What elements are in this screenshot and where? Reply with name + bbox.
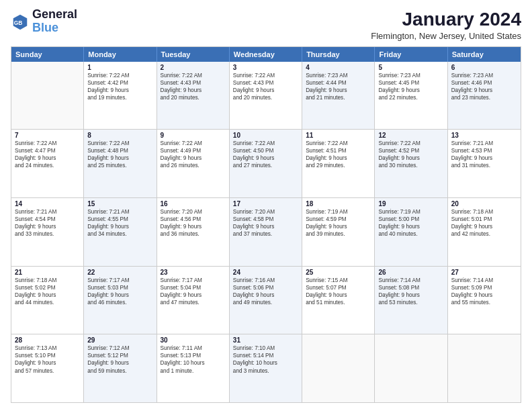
cell-line: Daylight: 9 hours (15, 223, 80, 230)
cell-line: Sunset: 5:03 PM (87, 284, 152, 291)
calendar-cell: 30Sunrise: 7:11 AMSunset: 5:13 PMDayligh… (157, 334, 230, 402)
cell-line: Sunset: 4:54 PM (15, 216, 80, 223)
calendar-row: 28Sunrise: 7:13 AMSunset: 5:10 PMDayligh… (11, 334, 521, 402)
calendar-cell (375, 334, 447, 402)
cell-line: Sunset: 5:01 PM (451, 216, 517, 223)
cell-line: and 20 minutes. (161, 94, 226, 101)
calendar-cell: 7Sunrise: 7:22 AMSunset: 4:47 PMDaylight… (11, 130, 84, 197)
calendar-cell: 19Sunrise: 7:19 AMSunset: 5:00 PMDayligh… (375, 198, 447, 266)
cell-line: Daylight: 9 hours (161, 223, 226, 230)
cell-line: Sunset: 4:43 PM (161, 79, 226, 87)
cell-line: and 37 minutes. (233, 230, 298, 238)
cell-line: Daylight: 9 hours (233, 291, 298, 299)
cell-line: Sunset: 5:04 PM (161, 284, 226, 291)
cell-line: Sunset: 4:58 PM (233, 216, 298, 223)
cell-line: Sunset: 4:42 PM (87, 79, 152, 87)
cell-line: Sunrise: 7:18 AM (451, 208, 517, 216)
cell-line: Daylight: 9 hours (233, 87, 298, 94)
calendar-cell: 9Sunrise: 7:22 AMSunset: 4:49 PMDaylight… (157, 130, 230, 197)
calendar-cell: 1Sunrise: 7:22 AMSunset: 4:42 PMDaylight… (84, 62, 157, 130)
day-number: 5 (378, 64, 443, 71)
calendar-header-cell: Saturday (448, 47, 521, 62)
day-number: 4 (306, 64, 371, 71)
cell-line: Daylight: 9 hours (306, 223, 371, 230)
calendar-header-cell: Tuesday (157, 47, 230, 62)
svg-text:GB: GB (14, 19, 23, 26)
cell-line: Sunset: 4:50 PM (233, 147, 298, 154)
cell-line: and 44 minutes. (15, 299, 80, 306)
logo-text: General Blue (32, 8, 77, 35)
cell-line: Sunrise: 7:22 AM (233, 72, 298, 79)
calendar-cell: 29Sunrise: 7:12 AMSunset: 5:12 PMDayligh… (84, 334, 157, 402)
cell-line: and 29 minutes. (306, 162, 371, 169)
cell-line: and 23 minutes. (451, 94, 517, 101)
calendar-cell: 15Sunrise: 7:21 AMSunset: 4:55 PMDayligh… (84, 198, 157, 266)
cell-line: Sunset: 4:48 PM (87, 147, 152, 154)
calendar-cell: 16Sunrise: 7:20 AMSunset: 4:56 PMDayligh… (157, 198, 230, 266)
cell-line: Sunrise: 7:20 AM (161, 208, 226, 216)
cell-line: Daylight: 9 hours (451, 154, 517, 162)
cell-line: and 27 minutes. (233, 162, 298, 169)
calendar-header-cell: Friday (375, 47, 447, 62)
calendar-header-cell: Thursday (302, 47, 375, 62)
cell-line: Sunrise: 7:22 AM (233, 140, 298, 147)
cell-line: Daylight: 9 hours (233, 223, 298, 230)
cell-line: Sunrise: 7:14 AM (378, 277, 443, 284)
page: GB General Blue January 2024 Flemington,… (0, 0, 532, 411)
cell-line: Sunrise: 7:17 AM (161, 277, 226, 284)
calendar-cell: 20Sunrise: 7:18 AMSunset: 5:01 PMDayligh… (448, 198, 521, 266)
day-number: 12 (378, 132, 443, 139)
cell-line: and 24 minutes. (15, 162, 80, 169)
day-number: 14 (15, 200, 80, 208)
day-number: 8 (87, 132, 152, 139)
cell-line: Daylight: 9 hours (378, 223, 443, 230)
cell-line: Daylight: 9 hours (161, 87, 226, 94)
day-number: 9 (161, 132, 226, 139)
cell-line: Daylight: 9 hours (233, 154, 298, 162)
cell-line: Daylight: 9 hours (306, 291, 371, 299)
cell-line: Sunset: 4:52 PM (378, 147, 443, 154)
cell-line: and 34 minutes. (87, 230, 152, 238)
cell-line: Daylight: 10 hours (233, 359, 298, 367)
calendar-header-cell: Wednesday (230, 47, 302, 62)
day-number: 17 (233, 200, 298, 208)
calendar-header-cell: Sunday (11, 47, 84, 62)
calendar-cell: 5Sunrise: 7:23 AMSunset: 4:45 PMDaylight… (375, 62, 447, 130)
day-number: 28 (15, 336, 80, 344)
calendar-cell: 18Sunrise: 7:19 AMSunset: 4:59 PMDayligh… (302, 198, 375, 266)
cell-line: Sunset: 4:44 PM (306, 79, 371, 87)
calendar-cell: 10Sunrise: 7:22 AMSunset: 4:50 PMDayligh… (230, 130, 302, 197)
day-number: 19 (378, 200, 443, 208)
day-number: 16 (161, 200, 226, 208)
cell-line: Sunrise: 7:22 AM (15, 140, 80, 147)
cell-line: and 49 minutes. (233, 299, 298, 306)
cell-line: and 40 minutes. (378, 230, 443, 238)
day-number: 10 (233, 132, 298, 139)
day-number: 6 (451, 64, 517, 71)
cell-line: Sunset: 4:49 PM (161, 147, 226, 154)
day-number: 13 (451, 132, 517, 139)
cell-line: Sunrise: 7:16 AM (233, 277, 298, 284)
cell-line: Sunrise: 7:19 AM (306, 208, 371, 216)
day-number: 15 (87, 200, 152, 208)
cell-line: Sunset: 5:00 PM (378, 216, 443, 223)
cell-line: Sunset: 4:56 PM (161, 216, 226, 223)
day-number: 1 (87, 64, 152, 71)
cell-line: Sunrise: 7:12 AM (87, 345, 152, 352)
calendar-cell: 14Sunrise: 7:21 AMSunset: 4:54 PMDayligh… (11, 198, 84, 266)
cell-line: Sunrise: 7:14 AM (451, 277, 517, 284)
cell-line: Sunset: 4:59 PM (306, 216, 371, 223)
cell-line: and 51 minutes. (306, 299, 371, 306)
calendar-cell: 12Sunrise: 7:22 AMSunset: 4:52 PMDayligh… (375, 130, 447, 197)
day-number: 18 (306, 200, 371, 208)
calendar-cell: 2Sunrise: 7:22 AMSunset: 4:43 PMDaylight… (157, 62, 230, 130)
day-number: 3 (233, 64, 298, 71)
calendar-row: 1Sunrise: 7:22 AMSunset: 4:42 PMDaylight… (11, 62, 521, 130)
cell-line: Sunset: 4:55 PM (87, 216, 152, 223)
cell-line: Sunset: 4:45 PM (378, 79, 443, 87)
cell-line: and 42 minutes. (451, 230, 517, 238)
title-block: January 2024 Flemington, New Jersey, Uni… (371, 8, 521, 41)
cell-line: Daylight: 9 hours (306, 154, 371, 162)
cell-line: and 22 minutes. (378, 94, 443, 101)
cell-line: Sunset: 4:46 PM (451, 79, 517, 87)
